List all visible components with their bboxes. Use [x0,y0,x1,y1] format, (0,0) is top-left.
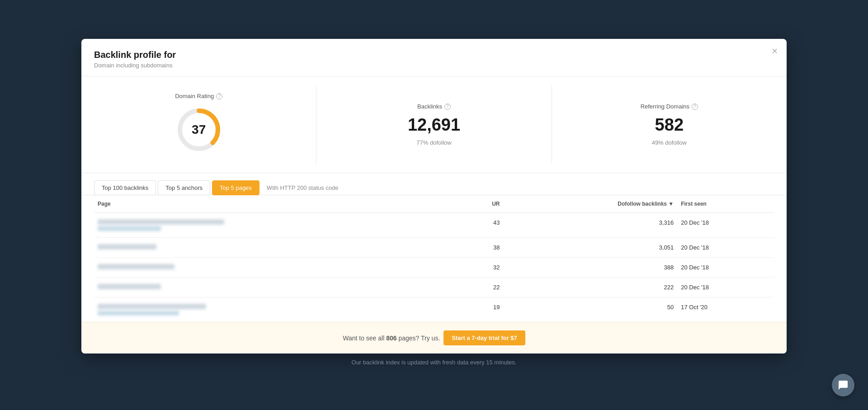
chat-icon [838,380,849,391]
chat-button[interactable] [832,374,854,396]
table-row: 383,05120 Dec '18 [94,238,774,258]
stats-section: Domain Rating ? 37 Ba [81,76,787,173]
cell-dofollow: 3,316 [504,213,678,238]
backlinks-block: Backlinks ? 12,691 77% dofollow [316,85,552,164]
cell-page [94,258,462,278]
tab-http200[interactable]: With HTTP 200 status code [261,181,344,195]
modal-overlay: Backlink profile for Domain including su… [0,0,868,410]
trial-cta-button[interactable]: Start a 7-day trial for $7 [443,330,525,345]
domain-rating-block: Domain Rating ? 37 [81,85,316,164]
cell-page [94,213,462,238]
cell-ur: 38 [462,238,504,258]
tabs-section: Top 100 backlinks Top 5 anchors Top 5 pa… [81,173,787,195]
modal-container: Backlink profile for Domain including su… [81,39,787,353]
footer-note: Our backlink index is updated with fresh… [81,353,787,371]
domain-rating-label: Domain Rating ? [175,93,222,99]
col-ur: UR [462,195,504,213]
col-page: Page [94,195,462,213]
cell-dofollow: 50 [504,297,678,322]
modal: Backlink profile for Domain including su… [81,39,787,371]
domain-rating-gauge: 37 [174,105,224,155]
backlinks-value: 12,691 [408,115,460,135]
cell-first-seen: 17 Oct '20 [677,297,774,322]
tab-top5-pages[interactable]: Top 5 pages [212,180,259,195]
modal-header: Backlink profile for Domain including su… [81,39,787,76]
cell-dofollow: 388 [504,258,678,278]
table-row: 2222220 Dec '18 [94,278,774,297]
table-header-row: Page UR Dofollow backlinks ▼ First seen [94,195,774,213]
cell-dofollow: 3,051 [504,238,678,258]
cell-first-seen: 20 Dec '18 [677,238,774,258]
cell-first-seen: 20 Dec '18 [677,258,774,278]
modal-subtitle: Domain including subdomains [94,62,774,69]
close-button[interactable]: × [772,46,778,56]
table-row: 3238820 Dec '18 [94,258,774,278]
cell-first-seen: 20 Dec '18 [677,213,774,238]
cell-page [94,297,462,322]
referring-domains-block: Referring Domains ? 582 49% dofollow [552,85,787,164]
tab-top5-anchors[interactable]: Top 5 anchors [158,180,210,195]
backlinks-sub: 77% dofollow [416,139,451,146]
domain-rating-value: 37 [192,123,206,137]
backlinks-label: Backlinks ? [417,103,451,110]
referring-domains-info-icon[interactable]: ? [692,104,698,110]
bottom-bar: Want to see all 806 pages? Try us. Start… [81,322,787,353]
table-row: 433,31620 Dec '18 [94,213,774,238]
bottom-bar-text: Want to see all 806 pages? Try us. [343,335,440,342]
cell-page [94,278,462,297]
table-row: 195017 Oct '20 [94,297,774,322]
referring-domains-value: 582 [655,115,684,135]
referring-domains-label: Referring Domains ? [641,103,698,110]
domain-rating-info-icon[interactable]: ? [216,93,222,99]
cell-ur: 22 [462,278,504,297]
pages-table: Page UR Dofollow backlinks ▼ First seen … [94,195,774,322]
referring-domains-sub: 49% dofollow [652,139,687,146]
table-section: Page UR Dofollow backlinks ▼ First seen … [81,195,787,322]
modal-title: Backlink profile for [94,50,774,60]
cell-ur: 19 [462,297,504,322]
tab-top100-backlinks[interactable]: Top 100 backlinks [94,180,156,195]
cell-dofollow: 222 [504,278,678,297]
backlinks-info-icon[interactable]: ? [444,104,451,110]
cell-ur: 43 [462,213,504,238]
col-dofollow[interactable]: Dofollow backlinks ▼ [504,195,678,213]
col-first-seen: First seen [677,195,774,213]
cell-ur: 32 [462,258,504,278]
cell-first-seen: 20 Dec '18 [677,278,774,297]
cell-page [94,238,462,258]
